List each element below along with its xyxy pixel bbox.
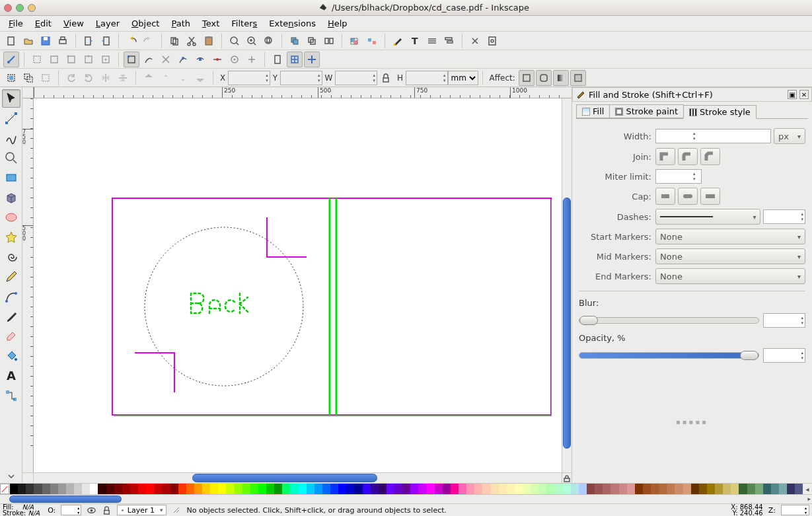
menu-text[interactable]: Text: [196, 17, 225, 30]
menu-object[interactable]: Object: [126, 17, 165, 30]
resize-grip-icon[interactable]: [172, 505, 182, 515]
snap-bbox-center-button[interactable]: [98, 52, 114, 67]
palette-swatch[interactable]: [659, 484, 667, 494]
xml-editor-button[interactable]: [424, 33, 440, 49]
palette-swatch[interactable]: [18, 484, 26, 494]
palette-none-swatch[interactable]: [0, 484, 9, 494]
palette-swatch[interactable]: [307, 484, 314, 494]
palette-swatch[interactable]: [619, 484, 627, 494]
window-minimize-icon[interactable]: [16, 4, 24, 12]
units-select[interactable]: mm: [448, 71, 478, 85]
palette-swatch[interactable]: [98, 484, 106, 494]
palette-swatch[interactable]: [10, 484, 18, 494]
ruler-vertical[interactable]: 750500: [22, 98, 34, 472]
flip-v-button[interactable]: [115, 70, 131, 86]
palette-swatch[interactable]: [515, 484, 523, 494]
dock-minimize-icon[interactable]: ▣: [788, 90, 797, 99]
snap-bbox-midpoint-button[interactable]: [81, 52, 96, 67]
palette-swatch[interactable]: [459, 484, 466, 494]
palette-swatch[interactable]: [322, 484, 330, 494]
palette-swatch[interactable]: [723, 484, 731, 494]
cap-butt-button[interactable]: [655, 188, 675, 205]
raise-button[interactable]: [158, 70, 174, 86]
snap-bbox-corner-button[interactable]: [63, 52, 79, 67]
menu-edit[interactable]: Edit: [29, 17, 57, 30]
end-markers-select[interactable]: None: [655, 268, 805, 284]
palette-swatch[interactable]: [299, 484, 307, 494]
group-button[interactable]: [347, 33, 363, 49]
preferences-button[interactable]: [467, 33, 483, 49]
paste-button[interactable]: [201, 33, 217, 49]
deselect-button[interactable]: [38, 70, 54, 86]
menu-extensions[interactable]: Extensions: [263, 17, 322, 30]
bezier-tool-icon[interactable]: [2, 287, 20, 306]
palette-swatch[interactable]: [627, 484, 635, 494]
stroke-width-units[interactable]: px: [774, 128, 805, 144]
text-dialog-button[interactable]: T: [407, 33, 423, 49]
connector-tool-icon[interactable]: [2, 387, 20, 405]
palette-swatch[interactable]: [699, 484, 707, 494]
tab-stroke-style[interactable]: Stroke style: [683, 105, 757, 119]
select-all-layers-button[interactable]: [20, 70, 36, 86]
palette-swatch[interactable]: [499, 484, 507, 494]
horizontal-scrollbar[interactable]: [34, 473, 562, 483]
palette-swatch[interactable]: [795, 484, 803, 494]
dock-grip-icon[interactable]: ▪▪▪▪▪: [579, 418, 805, 425]
palette-swatch[interactable]: [482, 484, 490, 494]
palette-swatch[interactable]: [282, 484, 290, 494]
palette-swatch[interactable]: [354, 484, 362, 494]
palette-swatch[interactable]: [579, 484, 587, 494]
palette-swatch[interactable]: [427, 484, 435, 494]
palette-swatch[interactable]: [34, 484, 42, 494]
redo-button[interactable]: [141, 33, 157, 49]
palette-swatch[interactable]: [402, 484, 410, 494]
import-button[interactable]: [81, 33, 96, 49]
palette-swatch[interactable]: [26, 484, 34, 494]
palette-swatch[interactable]: [474, 484, 482, 494]
node-tool-icon[interactable]: [2, 109, 20, 128]
rotate-cw-button[interactable]: [81, 70, 96, 86]
palette-swatch[interactable]: [771, 484, 779, 494]
palette-swatch[interactable]: [587, 484, 595, 494]
undo-button[interactable]: [124, 33, 139, 49]
paint-bucket-tool-icon[interactable]: [2, 347, 20, 365]
palette-swatch[interactable]: [130, 484, 138, 494]
palette-swatch[interactable]: [418, 484, 426, 494]
palette-swatch[interactable]: [82, 484, 90, 494]
tab-stroke-paint[interactable]: Stroke paint: [609, 104, 684, 118]
snap-guides-button[interactable]: [304, 52, 320, 67]
copy-button[interactable]: [166, 33, 182, 49]
snap-rotation-center-button[interactable]: [244, 52, 260, 67]
palette-swatch[interactable]: [435, 484, 443, 494]
palette-menu-icon[interactable]: ◂: [803, 484, 812, 494]
transform-stroke-button[interactable]: [519, 70, 535, 86]
palette-swatch[interactable]: [218, 484, 226, 494]
flip-h-button[interactable]: [98, 70, 114, 86]
palette-swatch[interactable]: [451, 484, 459, 494]
snap-smooth-button[interactable]: [192, 52, 208, 67]
palette-swatch[interactable]: [58, 484, 66, 494]
palette-swatch[interactable]: [122, 484, 130, 494]
text-tool-icon[interactable]: A: [2, 367, 20, 385]
snap-bbox-edge-button[interactable]: [46, 52, 62, 67]
palette-swatch[interactable]: [394, 484, 402, 494]
print-button[interactable]: [55, 33, 71, 49]
palette-swatch[interactable]: [683, 484, 691, 494]
vertical-scrollbar[interactable]: [562, 98, 572, 472]
transform-gradient-button[interactable]: [553, 70, 569, 86]
zoom-selection-button[interactable]: [227, 33, 242, 49]
palette-swatch[interactable]: [595, 484, 603, 494]
palette-swatch[interactable]: [154, 484, 162, 494]
toolbox-expand-icon[interactable]: [2, 470, 20, 482]
lock-layer-icon[interactable]: [102, 505, 112, 515]
palette-swatch[interactable]: [531, 484, 538, 494]
snap-paths-button[interactable]: [141, 52, 157, 67]
canvas-resize-corner-icon[interactable]: [562, 473, 572, 483]
selector-tool-icon[interactable]: [2, 89, 20, 108]
palette-swatch[interactable]: [235, 484, 242, 494]
pencil-tool-icon[interactable]: [2, 268, 20, 286]
snap-bbox-button[interactable]: [29, 52, 45, 67]
transform-corners-button[interactable]: [536, 70, 552, 86]
palette-swatch[interactable]: [346, 484, 354, 494]
open-button[interactable]: [20, 33, 36, 49]
